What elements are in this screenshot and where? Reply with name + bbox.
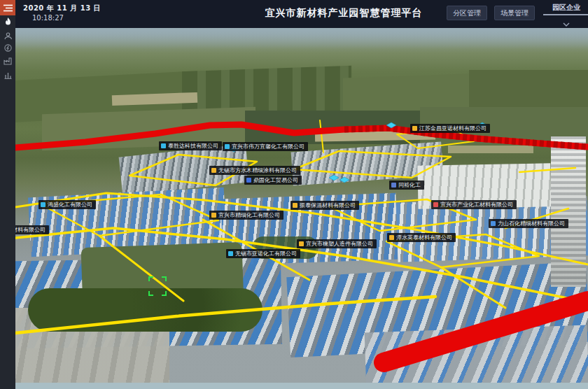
company-marker-icon — [246, 178, 251, 183]
company-marker-icon — [433, 202, 438, 207]
energy-button[interactable] — [0, 41, 15, 54]
hamburger-menu-icon — [4, 1, 13, 15]
app-window: 2020 年 11 月 13 日 10:18:27 宜兴市新材料产业园智慧管理平… — [0, 0, 588, 389]
company-label-chip[interactable]: 力山石化精细材料有限公司 — [489, 219, 568, 228]
company-label-text: 同裕化工 — [398, 183, 421, 188]
company-label-chip[interactable]: 宜兴市伟万宜馨化工有限公司 — [223, 142, 308, 151]
company-label-chip[interactable]: 潭水英泰材料有限公司 — [387, 233, 456, 242]
company-label-chip[interactable]: 无锡市方水木精细涂料有限公司 — [209, 166, 300, 175]
enterprise-button[interactable] — [0, 55, 15, 67]
company-marker-icon — [299, 241, 304, 246]
company-label-text: 无锡市方水木精细涂料有限公司 — [218, 168, 297, 174]
company-label-chip[interactable]: 无锡市亚诺化工有限公司 — [226, 249, 300, 258]
company-label-chip[interactable]: 振泰保温材料有限公司 — [290, 201, 359, 210]
park-enterprises-menu[interactable]: 园区企业 — [543, 3, 588, 25]
company-label-text: 鸿盛化工有限公司 — [48, 202, 92, 208]
company-label-text: 宜兴市产业化工材料有限公司 — [440, 202, 513, 208]
company-marker-icon — [389, 235, 394, 240]
factory-icon — [4, 57, 12, 65]
company-marker-icon — [41, 202, 46, 207]
company-marker-icon — [293, 203, 298, 208]
company-label-chip[interactable]: 鼎固化工贸易公司 — [244, 176, 302, 185]
company-marker-icon — [491, 221, 496, 226]
user-icon — [4, 32, 12, 40]
map-3d-viewport[interactable]: 泰胜达科技有限公司宜兴市伟万宜馨化工有限公司无锡市方水木精细涂料有限公司鼎固化工… — [15, 28, 588, 389]
personnel-button[interactable] — [0, 29, 15, 42]
company-label-chip[interactable]: 宜兴市精细化工有限公司 — [209, 211, 284, 220]
company-marker-icon — [228, 251, 233, 256]
fire-monitor-button[interactable] — [0, 15, 15, 28]
company-marker-icon — [412, 126, 417, 131]
current-time: 10:18:27 — [32, 14, 64, 22]
company-label-text: 泰胜达科技有限公司 — [168, 143, 218, 149]
park-enterprises-label: 园区企业 — [543, 3, 588, 15]
page-title: 宜兴市新材料产业园智慧管理平台 — [265, 7, 423, 20]
power-bolt-icon — [4, 44, 12, 52]
company-label-text: 鼎固化工贸易公司 — [253, 178, 298, 183]
flame-icon — [4, 17, 12, 27]
company-label-text: 无锡市亚诺化工有限公司 — [235, 251, 297, 257]
company-label-text: 潭水英泰材料有限公司 — [396, 235, 452, 241]
company-label-text: 丽膜材料有限公司 — [15, 227, 46, 233]
menu-toggle-button[interactable] — [0, 0, 15, 15]
company-label-text: 力山石化精细材料有限公司 — [498, 221, 565, 227]
statistics-button[interactable] — [0, 69, 15, 81]
company-marker-icon — [391, 183, 396, 188]
company-label-chip[interactable]: 鸿盛化工有限公司 — [38, 200, 96, 209]
company-marker-icon — [211, 213, 216, 218]
company-label-chip[interactable]: 江苏金昌亚诺材料有限公司 — [410, 124, 490, 133]
sidebar — [0, 0, 15, 389]
scene-management-button[interactable]: 场景管理 — [494, 6, 535, 20]
company-marker-icon — [225, 144, 230, 149]
company-label-chip[interactable]: 宜兴市产业化工材料有限公司 — [431, 200, 517, 209]
chevron-down-icon — [563, 16, 570, 20]
current-date: 2020 年 11 月 13 日 — [23, 3, 101, 13]
header-bar: 2020 年 11 月 13 日 10:18:27 宜兴市新材料产业园智慧管理平… — [15, 0, 588, 28]
company-marker-icon — [161, 143, 166, 148]
company-label-chip[interactable]: 宜兴市橡塑人造件有限公司 — [297, 239, 377, 248]
zone-management-button[interactable]: 分区管理 — [447, 6, 487, 20]
map-labels-layer: 泰胜达科技有限公司宜兴市伟万宜馨化工有限公司无锡市方水木精细涂料有限公司鼎固化工… — [15, 28, 588, 389]
company-marker-icon — [211, 168, 216, 173]
company-label-text: 振泰保温材料有限公司 — [300, 203, 356, 208]
bar-chart-icon — [4, 71, 12, 79]
company-label-text: 宜兴市橡塑人造件有限公司 — [306, 241, 373, 247]
company-label-chip[interactable]: 同裕化工 — [389, 181, 424, 190]
company-label-text: 宜兴市伟万宜馨化工有限公司 — [232, 144, 304, 150]
company-label-text: 宜兴市精细化工有限公司 — [218, 213, 280, 218]
company-label-text: 江苏金昌亚诺材料有限公司 — [419, 126, 486, 132]
company-label-chip[interactable]: 丽膜材料有限公司 — [15, 225, 49, 234]
company-label-chip[interactable]: 泰胜达科技有限公司 — [159, 141, 222, 150]
